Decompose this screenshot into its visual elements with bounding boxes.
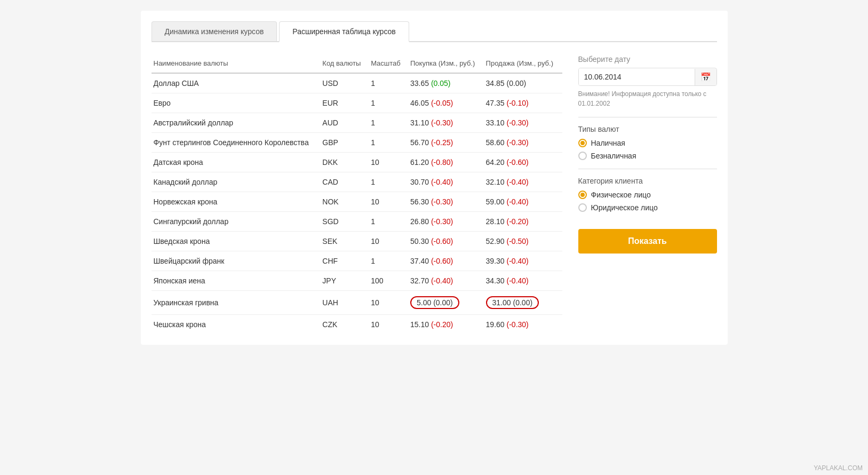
buy-change: (-0.25): [431, 138, 453, 147]
cell-buy: 61.20 (-0.80): [408, 153, 484, 172]
table-section: Наименование валюты Код валюты Масштаб П…: [152, 55, 562, 334]
date-label: Выберите дату: [578, 55, 717, 64]
sell-change: (-0.40): [507, 276, 529, 285]
cell-code: CAD: [320, 172, 369, 192]
table-row: Сингапурский долларSGD126.80 (-0.30)28.1…: [152, 212, 562, 232]
uah-buy-highlight: 5.00 (0.00): [410, 296, 459, 309]
currency-type-label: Типы валют: [578, 125, 717, 133]
radio-fizicheskoe-circle: [578, 191, 587, 199]
cell-buy: 30.70 (-0.40): [408, 172, 484, 192]
client-category-group: Физическое лицо Юридическое лицо: [578, 191, 717, 212]
sell-change: (0.00): [507, 79, 527, 88]
cell-code: JPY: [320, 271, 369, 291]
radio-yuridicheskoe[interactable]: Юридическое лицо: [578, 203, 717, 212]
date-input-row: 📅: [578, 68, 717, 86]
cell-scale: 10: [369, 232, 408, 251]
radio-yuridicheskoe-circle: [578, 203, 587, 212]
divider-2: [578, 169, 717, 169]
sell-change: (-0.60): [507, 158, 529, 167]
radio-yuridicheskoe-label: Юридическое лицо: [591, 203, 658, 212]
buy-change: (-0.40): [431, 276, 453, 285]
col-header-code: Код валюты: [320, 55, 369, 73]
radio-fizicheskoe[interactable]: Физическое лицо: [578, 191, 717, 199]
sell-change: (-0.40): [507, 197, 529, 206]
cell-code: SEK: [320, 232, 369, 251]
table-row: Австралийский долларAUD131.10 (-0.30)33.…: [152, 113, 562, 133]
cell-name: Канадский доллар: [152, 172, 321, 192]
calendar-icon: 📅: [700, 73, 711, 82]
table-row: Канадский долларCAD130.70 (-0.40)32.10 (…: [152, 172, 562, 192]
cell-name: Фунт стерлингов Соединенного Королевства: [152, 133, 321, 153]
cell-name: Японская иена: [152, 271, 321, 291]
table-row: Японская иенаJPY10032.70 (-0.40)34.30 (-…: [152, 271, 562, 291]
cell-name: Доллар США: [152, 73, 321, 93]
cell-scale: 10: [369, 291, 408, 315]
buy-change: (-0.80): [431, 158, 453, 167]
cell-sell: 34.85 (0.00): [484, 73, 562, 93]
cell-name: Чешская крона: [152, 315, 321, 335]
cell-scale: 1: [369, 113, 408, 133]
cell-scale: 100: [369, 271, 408, 291]
cell-scale: 1: [369, 251, 408, 271]
cell-code: AUD: [320, 113, 369, 133]
table-row: Фунт стерлингов Соединенного Королевства…: [152, 133, 562, 153]
radio-beznalichnaya-label: Безналичная: [591, 152, 636, 160]
cell-buy: 33.65 (0.05): [408, 73, 484, 93]
cell-buy: 15.10 (-0.20): [408, 315, 484, 335]
cell-scale: 1: [369, 93, 408, 113]
cell-buy: 50.30 (-0.60): [408, 232, 484, 251]
radio-fizicheskoe-label: Физическое лицо: [591, 191, 651, 199]
sell-change: (-0.30): [507, 138, 529, 147]
cell-scale: 1: [369, 133, 408, 153]
main-layout: Наименование валюты Код валюты Масштаб П…: [152, 55, 717, 334]
sell-change: (-0.20): [507, 217, 529, 226]
buy-change: (0.05): [431, 79, 451, 88]
calendar-button[interactable]: 📅: [695, 69, 716, 85]
date-input[interactable]: [579, 68, 695, 85]
buy-change: (-0.30): [431, 217, 453, 226]
table-row: Украинская гривнаUAH105.00 (0.00)31.00 (…: [152, 291, 562, 315]
buy-change: (0.00): [433, 298, 453, 307]
radio-beznalichnaya[interactable]: Безналичная: [578, 152, 717, 160]
client-category-section: Категория клиента Физическое лицо Юридич…: [578, 177, 717, 212]
radio-nalichnaya[interactable]: Наличная: [578, 139, 717, 147]
buy-change: (-0.30): [431, 197, 453, 206]
cell-name: Евро: [152, 93, 321, 113]
table-row: Чешская кронаCZK1015.10 (-0.20)19.60 (-0…: [152, 315, 562, 335]
col-header-sell: Продажа (Изм., руб.): [484, 55, 562, 73]
cell-sell: 34.30 (-0.40): [484, 271, 562, 291]
tab-dynamics[interactable]: Динамика изменения курсов: [152, 21, 277, 41]
warning-text: Внимание! Информация доступна только с 0…: [578, 89, 717, 108]
buy-change: (-0.05): [431, 99, 453, 107]
col-header-name: Наименование валюты: [152, 55, 321, 73]
cell-buy: 31.10 (-0.30): [408, 113, 484, 133]
cell-sell: 28.10 (-0.20): [484, 212, 562, 232]
cell-code: UAH: [320, 291, 369, 315]
cell-code: NOK: [320, 192, 369, 212]
cell-sell: 52.90 (-0.50): [484, 232, 562, 251]
cell-sell: 64.20 (-0.60): [484, 153, 562, 172]
client-category-label: Категория клиента: [578, 177, 717, 185]
cell-scale: 1: [369, 212, 408, 232]
cell-buy: 37.40 (-0.60): [408, 251, 484, 271]
cell-sell: 47.35 (-0.10): [484, 93, 562, 113]
tab-extended[interactable]: Расширенная таблица курсов: [279, 21, 409, 42]
buy-change: (-0.30): [431, 118, 453, 127]
cell-code: GBP: [320, 133, 369, 153]
col-header-scale: Масштаб: [369, 55, 408, 73]
main-container: Динамика изменения курсов Расширенная та…: [141, 11, 728, 345]
sidebar: Выберите дату 📅 Внимание! Информация дос…: [578, 55, 717, 334]
table-row: ЕвроEUR146.05 (-0.05)47.35 (-0.10): [152, 93, 562, 113]
table-row: Доллар СШАUSD133.65 (0.05)34.85 (0.00): [152, 73, 562, 93]
currency-table: Наименование валюты Код валюты Масштаб П…: [152, 55, 562, 334]
cell-buy: 5.00 (0.00): [408, 291, 484, 315]
show-button[interactable]: Показать: [578, 229, 717, 254]
cell-name: Сингапурский доллар: [152, 212, 321, 232]
buy-change: (-0.60): [431, 237, 453, 246]
cell-sell: 19.60 (-0.30): [484, 315, 562, 335]
sell-change: (-0.30): [507, 320, 529, 329]
radio-beznalichnaya-circle: [578, 152, 587, 160]
sell-change: (-0.10): [507, 99, 529, 107]
sell-change: (0.00): [513, 298, 533, 307]
cell-sell: 58.60 (-0.30): [484, 133, 562, 153]
